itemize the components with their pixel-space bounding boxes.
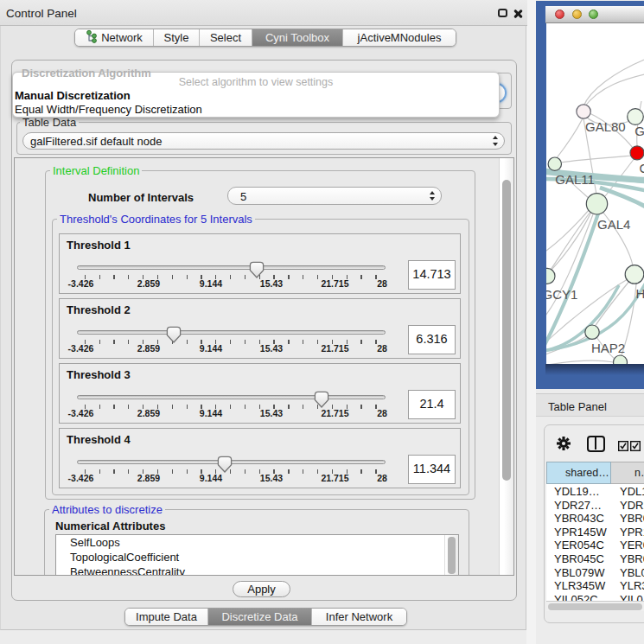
svg-text:GA: GA (634, 124, 644, 138)
svg-text:GAL4: GAL4 (597, 217, 630, 232)
svg-text:H: H (636, 286, 644, 301)
svg-text:GAL80: GAL80 (585, 119, 626, 134)
svg-text:C: C (640, 161, 644, 175)
svg-text:HAP2: HAP2 (591, 341, 625, 355)
svg-text:GCY1: GCY1 (546, 287, 577, 302)
svg-text:GAL11: GAL11 (555, 172, 595, 187)
